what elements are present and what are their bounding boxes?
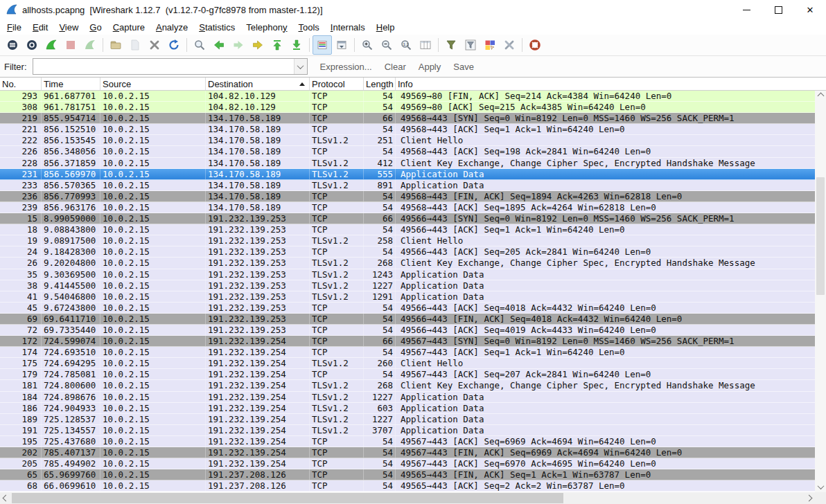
horizontal-scrollbar-thumb[interactable] — [12, 493, 563, 503]
capture-options-button[interactable] — [22, 35, 42, 55]
column-header-time[interactable]: Time — [42, 78, 100, 90]
packet-row[interactable]: 231856.56997010.0.2.15134.170.58.189TLSv… — [0, 169, 815, 180]
clear-button[interactable]: Clear — [385, 62, 406, 72]
packet-row[interactable]: 158.9905900010.0.2.15191.232.139.253TCP6… — [0, 213, 815, 224]
packet-row[interactable]: 191725.13455710.0.2.15191.232.139.254TLS… — [0, 425, 815, 436]
menu-analyze[interactable]: Analyze — [150, 21, 193, 34]
file-open-button[interactable] — [106, 35, 125, 55]
expression-button[interactable]: Expression... — [320, 62, 372, 72]
packet-row[interactable]: 205785.49490210.0.2.15191.232.139.254TCP… — [0, 458, 815, 469]
menu-help[interactable]: Help — [371, 21, 401, 34]
cell-time: 724.785081 — [42, 369, 100, 379]
scroll-down-button[interactable] — [815, 482, 826, 492]
packet-row[interactable]: 199.0891750010.0.2.15191.232.139.253TLSv… — [0, 235, 815, 246]
filter-input[interactable] — [33, 59, 294, 74]
zoom-out-button[interactable] — [377, 35, 396, 55]
packet-row[interactable]: 6565.969976010.0.2.15191.237.208.126TCP5… — [0, 469, 815, 480]
menu-edit[interactable]: Edit — [27, 21, 53, 34]
packet-row[interactable]: 189725.12853710.0.2.15191.232.139.254TLS… — [0, 414, 815, 425]
column-header-protocol[interactable]: Protocol — [310, 78, 364, 90]
packet-row[interactable]: 269.2020480010.0.2.15191.232.139.253TLSv… — [0, 258, 815, 269]
scroll-right-button[interactable] — [803, 492, 815, 504]
packet-row[interactable]: 6866.069961010.0.2.15191.237.208.126TCP5… — [0, 480, 815, 492]
scroll-left-button[interactable] — [0, 492, 12, 504]
packet-row[interactable]: 308961.78175110.0.2.15104.82.10.129TCP54… — [0, 102, 815, 113]
cell-info: Client Key Exchange, Change Cipher Spec,… — [396, 380, 815, 390]
packet-row[interactable]: 359.3036950010.0.2.15191.232.139.253TLSv… — [0, 269, 815, 280]
menu-file[interactable]: File — [1, 21, 27, 34]
auto-scroll-button[interactable] — [332, 35, 351, 55]
column-header-no[interactable]: No. — [0, 78, 42, 90]
display-filter-button[interactable] — [461, 35, 480, 55]
go-back-button[interactable] — [209, 35, 229, 55]
apply-button[interactable]: Apply — [419, 62, 441, 72]
menu-tools[interactable]: Tools — [293, 21, 325, 34]
packet-row[interactable]: 175724.69429510.0.2.15191.232.139.254TLS… — [0, 358, 815, 369]
list-interfaces-button[interactable] — [3, 35, 22, 55]
zoom-100-button[interactable]: 1:1 — [396, 35, 416, 55]
packet-row[interactable]: 195725.43768010.0.2.15191.232.139.254TCP… — [0, 436, 815, 447]
save-button[interactable]: Save — [453, 62, 474, 72]
zoom-in-button[interactable] — [358, 35, 377, 55]
column-header-destination[interactable]: Destination — [206, 78, 310, 90]
packet-row[interactable]: 7269.733544010.0.2.15191.232.139.253TCP5… — [0, 325, 815, 336]
packet-row[interactable]: 389.4144550010.0.2.15191.232.139.253TLSv… — [0, 280, 815, 291]
vertical-scrollbar[interactable] — [815, 91, 826, 492]
cell-time: 855.954714 — [42, 113, 100, 123]
capture-stop-button[interactable] — [61, 35, 80, 55]
find-packet-button[interactable] — [190, 35, 209, 55]
filter-dropdown-button[interactable] — [294, 59, 307, 74]
packet-row[interactable]: 249.1842830010.0.2.15191.232.139.253TCP5… — [0, 246, 815, 258]
packet-row[interactable]: 186724.90493310.0.2.15191.232.139.254TLS… — [0, 403, 815, 414]
menu-statistics[interactable]: Statistics — [193, 21, 240, 34]
menu-capture[interactable]: Capture — [107, 21, 150, 34]
packet-row[interactable]: 181724.80060010.0.2.15191.232.139.254TLS… — [0, 380, 815, 391]
resize-columns-button[interactable] — [416, 35, 435, 55]
go-to-bottom-button[interactable] — [287, 35, 306, 55]
help-button[interactable] — [525, 35, 545, 55]
column-header-length[interactable]: Length — [364, 78, 396, 90]
packet-row[interactable]: 226856.34805610.0.2.15134.170.58.189TCP5… — [0, 146, 815, 157]
capture-restart-button[interactable] — [80, 35, 100, 55]
packet-row[interactable]: 233856.57036510.0.2.15134.170.58.189TLSv… — [0, 180, 815, 191]
go-forward-button[interactable] — [229, 35, 248, 55]
scroll-up-button[interactable] — [815, 91, 826, 101]
packet-row[interactable]: 179724.78508110.0.2.15191.232.139.254TCP… — [0, 369, 815, 380]
menu-internals[interactable]: Internals — [325, 21, 371, 34]
packet-row[interactable]: 221856.15251010.0.2.15134.170.58.189TCP5… — [0, 124, 815, 135]
packet-row[interactable]: 6969.641171010.0.2.15191.232.139.253TCP5… — [0, 314, 815, 325]
packet-row[interactable]: 222856.15354510.0.2.15134.170.58.189TLSv… — [0, 135, 815, 146]
packet-row[interactable]: 293961.68770110.0.2.15104.82.10.129TCP54… — [0, 91, 815, 102]
file-close-button[interactable] — [145, 35, 164, 55]
packet-row[interactable]: 459.6724380010.0.2.15191.232.139.253TCP5… — [0, 303, 815, 314]
capture-start-button[interactable] — [42, 35, 61, 55]
reload-button[interactable] — [164, 35, 184, 55]
packet-row[interactable]: 239856.96317610.0.2.15134.170.58.189TCP5… — [0, 202, 815, 213]
packet-row[interactable]: 174724.69351010.0.2.15191.232.139.254TCP… — [0, 347, 815, 358]
packet-row[interactable]: 228856.37185910.0.2.15134.170.58.189TLSv… — [0, 158, 815, 169]
packet-row[interactable]: 172724.59907410.0.2.15191.232.139.254TCP… — [0, 336, 815, 347]
horizontal-scrollbar[interactable] — [0, 492, 826, 504]
packet-row[interactable]: 202785.40713710.0.2.15191.232.139.254TCP… — [0, 447, 815, 458]
maximize-button[interactable] — [762, 0, 794, 19]
capture-filter-button[interactable] — [441, 35, 461, 55]
menu-go[interactable]: Go — [84, 21, 107, 34]
close-button[interactable]: ✕ — [794, 0, 826, 19]
go-to-packet-button[interactable] — [248, 35, 267, 55]
coloring-rules-button[interactable] — [480, 35, 500, 55]
packet-row[interactable]: 184724.89867610.0.2.15191.232.139.254TLS… — [0, 392, 815, 403]
menu-telephony[interactable]: Telephony — [240, 21, 292, 34]
column-header-source[interactable]: Source — [100, 78, 206, 90]
preferences-button[interactable] — [500, 35, 519, 55]
packet-row[interactable]: 236856.77099310.0.2.15134.170.58.189TCP5… — [0, 191, 815, 202]
packet-row[interactable]: 419.5404680010.0.2.15191.232.139.253TLSv… — [0, 291, 815, 303]
packet-row[interactable]: 219855.95471410.0.2.15134.170.58.189TCP6… — [0, 113, 815, 124]
column-header-info[interactable]: Info — [396, 78, 826, 90]
file-save-button[interactable] — [125, 35, 145, 55]
packet-row[interactable]: 189.0884380010.0.2.15191.232.139.253TCP5… — [0, 224, 815, 235]
minimize-button[interactable] — [730, 0, 762, 19]
vertical-scrollbar-thumb[interactable] — [816, 177, 825, 295]
colorize-packets-button[interactable] — [313, 35, 332, 55]
menu-view[interactable]: View — [53, 21, 84, 34]
go-to-top-button[interactable] — [267, 35, 287, 55]
